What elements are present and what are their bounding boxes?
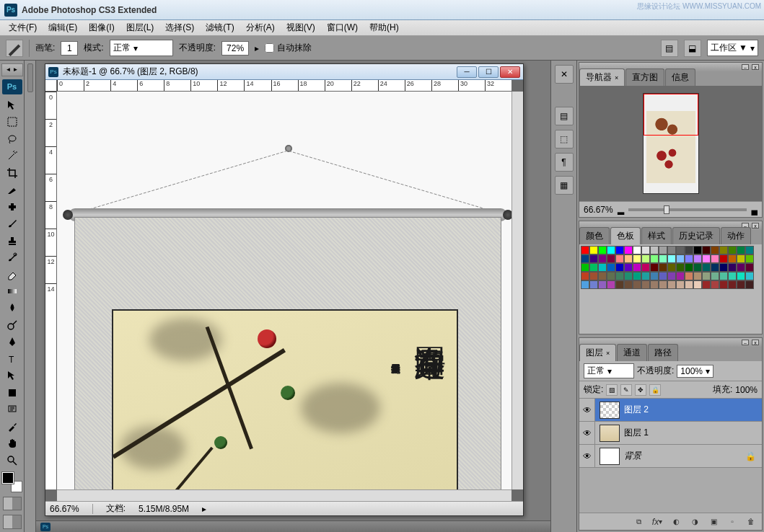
menu-layer[interactable]: 图层(L)	[120, 22, 160, 34]
tab-color[interactable]: 颜色	[579, 227, 610, 244]
lasso-tool[interactable]	[3, 131, 22, 146]
layer-name[interactable]: 图层 2	[624, 404, 762, 416]
notes-tool[interactable]	[3, 402, 22, 417]
swatch[interactable]	[745, 280, 754, 289]
layer-thumbnail[interactable]	[600, 402, 620, 419]
eyedropper-tool[interactable]	[3, 419, 22, 434]
layer-opacity-value[interactable]: 100%	[677, 365, 713, 378]
doc-maximize-button[interactable]: ☐	[478, 66, 499, 78]
swatch[interactable]	[737, 246, 745, 254]
swatch[interactable]	[624, 272, 633, 280]
swatch[interactable]	[615, 280, 624, 289]
swatch[interactable]	[633, 263, 641, 272]
swatch[interactable]	[650, 263, 659, 272]
visibility-icon[interactable]: 👁	[579, 399, 595, 421]
lock-all-icon[interactable]: 🔒	[649, 384, 661, 396]
swatch[interactable]	[702, 246, 711, 254]
shelf-icon[interactable]: Ps	[40, 523, 51, 531]
menu-image[interactable]: 图像(I)	[83, 22, 120, 34]
swatch[interactable]	[607, 280, 615, 289]
screenmode-toggle[interactable]	[3, 515, 22, 529]
swatch[interactable]	[728, 246, 737, 254]
swatch[interactable]	[676, 246, 685, 254]
document-titlebar[interactable]: Ps 未标题-1 @ 66.7% (图层 2, RGB/8) ─ ☐ ✕	[45, 64, 523, 80]
scrollbar-horizontal[interactable]	[57, 489, 511, 501]
layer-mask-icon[interactable]: ◐	[669, 516, 682, 528]
path-select-tool[interactable]	[3, 368, 22, 384]
swatch[interactable]	[711, 254, 719, 263]
doc-close-button[interactable]: ✕	[500, 66, 520, 78]
swatch[interactable]	[685, 280, 693, 289]
swatch[interactable]	[615, 272, 624, 280]
file-browser-icon[interactable]: ▤	[661, 40, 678, 57]
panel-minimize[interactable]: –	[742, 64, 749, 70]
menu-select[interactable]: 选择(S)	[159, 22, 200, 34]
layer-row[interactable]: 👁 图层 2	[579, 399, 762, 422]
swatch[interactable]	[728, 272, 737, 280]
visibility-icon[interactable]: 👁	[579, 445, 595, 467]
blend-mode-dropdown[interactable]: 正常	[110, 40, 173, 56]
marquee-tool[interactable]	[3, 115, 22, 130]
navigator-slider[interactable]	[628, 208, 747, 211]
layer-blend-dropdown[interactable]: 正常	[584, 363, 634, 378]
swatch[interactable]	[624, 254, 633, 263]
tab-channels[interactable]: 通道	[617, 344, 647, 361]
character-icon[interactable]: ¶	[555, 153, 574, 172]
zoom-out-icon[interactable]: ▂	[618, 205, 624, 215]
move-tool[interactable]	[3, 97, 22, 112]
swatch[interactable]	[719, 272, 728, 280]
swatch[interactable]	[633, 254, 641, 263]
ruler-origin[interactable]	[45, 80, 57, 92]
dock-collapse-left[interactable]	[25, 61, 36, 532]
pen-tool[interactable]	[3, 334, 22, 350]
swatch[interactable]	[737, 280, 745, 289]
swatch[interactable]	[676, 263, 685, 272]
swatch[interactable]	[633, 272, 641, 280]
stamp-tool[interactable]	[3, 233, 22, 248]
opacity-flyout[interactable]: ▸	[255, 43, 259, 53]
swatch[interactable]	[737, 272, 745, 280]
swatch[interactable]	[711, 280, 719, 289]
canvas[interactable]: 海棠迎春圖 攝影在深秋撰于壬辰龙年春 20、画上铁钉和线，将画"挂"起来，呵呵。	[57, 92, 511, 489]
swatch[interactable]	[737, 263, 745, 272]
delete-layer-icon[interactable]: 🗑	[745, 516, 758, 528]
swatch[interactable]	[719, 254, 728, 263]
brush-size[interactable]: 1	[61, 41, 78, 56]
swatch[interactable]	[693, 254, 702, 263]
healing-tool[interactable]	[3, 199, 22, 214]
swatch[interactable]	[641, 280, 650, 289]
swatch[interactable]	[581, 272, 589, 280]
toolbox-header[interactable]: ◄ ►	[1, 63, 23, 76]
swatch[interactable]	[589, 272, 598, 280]
tab-actions[interactable]: 动作	[721, 227, 751, 244]
menu-window[interactable]: 窗口(W)	[321, 22, 364, 34]
swatch[interactable]	[598, 263, 607, 272]
clone-source-icon[interactable]: ⬚	[555, 130, 574, 148]
layer-fx-icon[interactable]: fx▾	[651, 516, 664, 528]
panel-minimize[interactable]: –	[742, 340, 749, 345]
quickmask-toggle[interactable]	[3, 497, 22, 511]
swatch[interactable]	[702, 263, 711, 272]
link-layers-icon[interactable]: ⧉	[632, 516, 645, 528]
swatch[interactable]	[685, 246, 693, 254]
type-tool[interactable]: T	[3, 351, 22, 366]
swatch[interactable]	[659, 254, 667, 263]
swatch[interactable]	[711, 272, 719, 280]
swatch[interactable]	[633, 246, 641, 254]
swatch[interactable]	[667, 246, 676, 254]
swatch[interactable]	[693, 272, 702, 280]
swatch[interactable]	[589, 254, 598, 263]
swatch[interactable]	[693, 280, 702, 289]
brush-tool[interactable]	[3, 216, 22, 231]
navigator-zoom[interactable]: 66.67%	[584, 205, 613, 215]
swatch[interactable]	[685, 272, 693, 280]
swatch[interactable]	[702, 254, 711, 263]
swatch[interactable]	[685, 263, 693, 272]
menu-filter[interactable]: 滤镜(T)	[200, 22, 240, 34]
swatch[interactable]	[659, 280, 667, 289]
color-swatches[interactable]	[2, 472, 22, 492]
swatch[interactable]	[719, 263, 728, 272]
swatch[interactable]	[624, 246, 633, 254]
swatch[interactable]	[702, 280, 711, 289]
menu-edit[interactable]: 编辑(E)	[43, 22, 83, 34]
